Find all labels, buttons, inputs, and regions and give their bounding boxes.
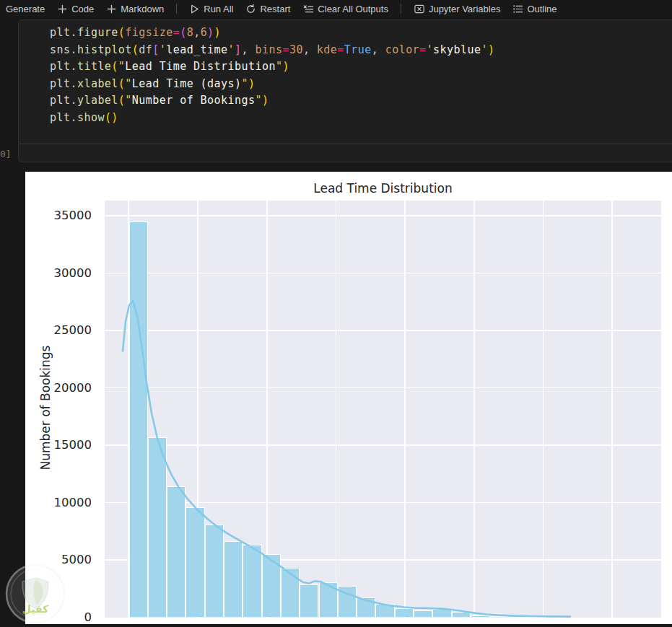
code-token: . — [70, 77, 77, 90]
code-line[interactable]: plt.figure(figsize=(8,6)) — [50, 25, 494, 42]
code-token: " — [118, 60, 125, 73]
histogram-bar — [186, 507, 204, 618]
notebook-code-cell[interactable]: plt.figure(figsize=(8,6))sns.histplot(df… — [18, 19, 672, 162]
histogram-bar — [452, 612, 471, 617]
v-gridline — [474, 201, 475, 618]
code-line[interactable]: sns.histplot(df['lead_time'], bins=30, k… — [50, 42, 494, 59]
histogram-bar — [357, 597, 375, 618]
code-token: 6 — [201, 26, 207, 39]
toolbar-separator — [401, 4, 401, 14]
code-line[interactable]: plt.title("Lead Time Distribution") — [50, 58, 494, 76]
code-token: = — [419, 43, 426, 56]
code-token: lead_time — [166, 43, 227, 56]
h-gridline — [105, 215, 661, 216]
code-token: ) — [282, 60, 289, 73]
plus-icon — [57, 4, 68, 14]
code-token: ) — [488, 43, 494, 56]
code-token: color — [385, 43, 419, 56]
code-token: ' — [427, 43, 433, 56]
v-gridline — [543, 201, 544, 618]
code-token: = — [337, 43, 344, 56]
toolbar-button-outline[interactable]: Outline — [512, 4, 557, 14]
code-token: ] — [235, 43, 241, 56]
toolbar-button-markdown[interactable]: Markdown — [106, 4, 164, 14]
h-gridline — [105, 273, 661, 274]
toolbar-button-restart[interactable]: Restart — [245, 4, 290, 14]
toolbar-button-label: Generate — [6, 4, 45, 14]
histogram-bar — [148, 437, 167, 618]
code-token: ) — [262, 94, 269, 107]
code-line[interactable]: plt.ylabel("Number of Bookings") — [50, 92, 494, 110]
code-line[interactable]: plt.show() — [50, 110, 494, 127]
code-token: plt — [50, 111, 70, 124]
toolbar-button-label: Outline — [527, 4, 557, 14]
h-gridline — [105, 444, 661, 446]
histogram-bar — [129, 222, 148, 618]
toolbar-button-label: Jupyter Variables — [429, 4, 500, 14]
histogram-bar — [489, 616, 508, 617]
vscode-notebook-window: { "toolbar": { "items": [ {"type":"item"… — [0, 0, 672, 627]
code-token: ' — [228, 43, 235, 56]
toolbar-button-code[interactable]: Code — [57, 4, 94, 14]
histogram-bar — [338, 586, 357, 618]
cell-output-divider — [19, 144, 672, 144]
code-token: " — [255, 94, 261, 107]
notebook-toolbar: GenerateCodeMarkdownRun AllRestartClear … — [0, 0, 672, 17]
toolbar-button-label: Clear All Outputs — [318, 4, 388, 14]
code-token: . — [70, 43, 77, 56]
code-editor[interactable]: plt.figure(figsize=(8,6))sns.histplot(df… — [50, 25, 494, 127]
code-token: True — [344, 43, 372, 56]
code-token: title — [77, 60, 111, 73]
code-token: ) — [248, 77, 255, 90]
histogram-bar — [471, 615, 489, 617]
v-gridline — [404, 201, 406, 618]
code-token: bins — [255, 43, 282, 56]
toolbar-button-clear-all-outputs[interactable]: Clear All Outputs — [302, 4, 388, 14]
histogram-bar — [300, 584, 318, 618]
plus-icon — [106, 4, 117, 14]
code-token: " — [125, 77, 131, 90]
code-token: . — [70, 60, 77, 73]
code-line[interactable]: plt.xlabel("Lead Time (days)") — [50, 76, 494, 93]
code-token: xlabel — [77, 77, 118, 90]
cell-output-image: Lead Time Distribution Number of Booking… — [25, 172, 672, 624]
editor-background-strip-bottom — [0, 624, 672, 627]
histogram-bar — [509, 617, 528, 618]
code-token: Lead Time (days) — [132, 77, 242, 90]
code-token: " — [242, 77, 248, 90]
code-token: plt — [50, 94, 70, 107]
code-token: ( — [105, 111, 111, 124]
histogram-bar — [432, 609, 451, 617]
code-token: 8 — [187, 26, 193, 39]
code-token: show — [77, 111, 105, 124]
y-tick-label: 10000 — [25, 496, 92, 509]
toolbar-button-label: Restart — [260, 4, 290, 14]
y-tick-label: 5000 — [25, 553, 92, 566]
toolbar-button-run-all[interactable]: Run All — [189, 4, 233, 14]
histogram-bar — [375, 604, 394, 618]
code-token: ' — [481, 43, 487, 56]
code-token: ) — [111, 111, 118, 124]
y-tick-label: 15000 — [25, 438, 92, 452]
histogram-bar — [528, 617, 546, 618]
histogram-bar — [281, 568, 300, 618]
jupyter-variables-icon — [414, 4, 425, 14]
editor-background-strip — [0, 172, 25, 627]
toolbar-button-jupyter-variables[interactable]: Jupyter Variables — [414, 4, 500, 14]
code-token: ' — [160, 43, 166, 56]
toolbar-button-generate[interactable]: Generate — [6, 4, 45, 14]
code-token: " — [276, 60, 282, 73]
v-gridline — [336, 201, 337, 618]
y-tick-label: 30000 — [25, 266, 92, 280]
histogram-bar — [395, 608, 414, 618]
code-token: " — [125, 94, 131, 107]
code-token: . — [70, 111, 77, 124]
code-token: ( — [118, 77, 125, 90]
code-token: sns — [50, 43, 70, 56]
code-token: plt — [50, 60, 70, 73]
code-token: kde — [317, 43, 337, 56]
code-token: ) — [214, 26, 221, 39]
h-gridline — [105, 387, 661, 389]
histogram-bar — [224, 541, 243, 618]
code-token: ylabel — [77, 94, 118, 107]
